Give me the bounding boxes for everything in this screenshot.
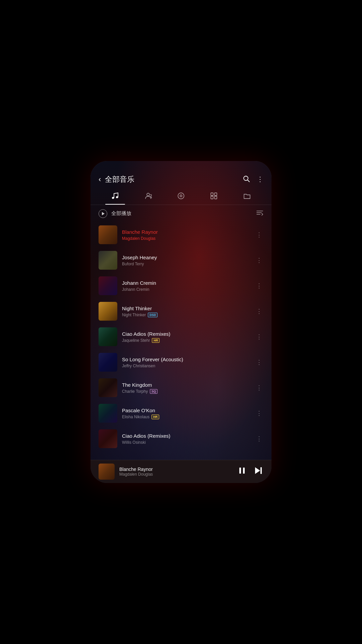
song-artist-row: Jaqueline Stehr HR	[122, 338, 250, 343]
song-item[interactable]: Blanche Raynor Magdalen Douglas ⋮	[90, 222, 272, 248]
song-more-button[interactable]: ⋮	[255, 228, 263, 241]
svg-rect-9	[211, 196, 213, 199]
header-icons: ⋮	[243, 175, 263, 184]
song-more-button[interactable]: ⋮	[255, 381, 263, 394]
song-title: Ciao Adios (Remixes)	[122, 331, 250, 337]
song-info: The Kingdom Charlie Torphy SQ	[122, 382, 250, 394]
tab-bar	[90, 189, 272, 205]
mini-player-info: Blanche Raynor Magdalen Douglas	[119, 467, 233, 477]
song-title: Night Thinker	[122, 306, 250, 311]
song-artist: Magdalen Douglas	[122, 236, 156, 241]
page-title: 全部音乐	[105, 174, 239, 184]
svg-point-6	[180, 195, 182, 197]
svg-marker-17	[255, 467, 260, 474]
tab-grid[interactable]	[197, 189, 230, 205]
song-info: Blanche Raynor Magdalen Douglas	[122, 229, 250, 241]
song-item[interactable]: Ciao Adios (Remixes) Willis Osinski ⋮	[90, 426, 272, 451]
header: ‹ 全部音乐 ⋮	[90, 161, 272, 189]
song-thumbnail	[99, 378, 117, 397]
svg-point-3	[116, 196, 118, 198]
tab-folder[interactable]	[231, 189, 263, 205]
albums-tab-icon	[177, 192, 185, 202]
song-artist-row: Magdalen Douglas	[122, 236, 250, 241]
song-artist-row: Elisha Nikolaus HR	[122, 415, 250, 419]
song-artist: Jaqueline Stehr	[122, 338, 150, 343]
pause-button[interactable]	[237, 466, 247, 478]
song-thumbnail	[99, 327, 117, 346]
song-artist-row: Night Thinker DSD	[122, 313, 250, 317]
song-more-button[interactable]: ⋮	[255, 330, 263, 343]
play-all-bar: 全部播放	[90, 205, 272, 222]
tab-albums[interactable]	[165, 189, 197, 205]
song-more-button[interactable]: ⋮	[255, 279, 263, 292]
song-more-button[interactable]: ⋮	[255, 305, 263, 318]
mini-player[interactable]: Blanche Raynor Magdalen Douglas	[90, 460, 272, 483]
grid-tab-icon	[210, 192, 218, 202]
song-item[interactable]: Joseph Heaney Buford Terry ⋮	[90, 248, 272, 273]
song-artist: Charlie Torphy	[122, 389, 148, 394]
song-list: Blanche Raynor Magdalen Douglas ⋮ Joseph…	[90, 222, 272, 460]
svg-point-5	[178, 193, 184, 199]
song-item[interactable]: Johann Cremin Johann Cremin ⋮	[90, 273, 272, 299]
artists-tab-icon	[144, 192, 152, 202]
song-info: Johann Cremin Johann Cremin	[122, 280, 250, 292]
song-artist: Elisha Nikolaus	[122, 415, 149, 419]
song-item[interactable]: Pascale O'Kon Elisha Nikolaus HR ⋮	[90, 400, 272, 426]
tab-songs[interactable]	[99, 189, 131, 205]
songs-tab-icon	[111, 192, 119, 202]
song-title: Blanche Raynor	[122, 229, 250, 235]
mini-player-thumbnail	[99, 464, 115, 480]
song-artist-row: Johann Cremin	[122, 287, 250, 292]
svg-rect-15	[239, 468, 241, 474]
song-thumbnail	[99, 429, 117, 448]
song-more-button[interactable]: ⋮	[255, 254, 263, 267]
svg-rect-7	[211, 193, 213, 196]
song-more-button[interactable]: ⋮	[255, 356, 263, 369]
song-info: Night Thinker Night Thinker DSD	[122, 306, 250, 317]
quality-badge: HR	[152, 415, 159, 419]
song-info: So Long Forever (Acoustic) Jeffry Christ…	[122, 357, 250, 368]
song-more-button[interactable]: ⋮	[255, 407, 263, 420]
song-artist-row: Jeffry Christiansen	[122, 364, 250, 368]
mini-player-controls	[237, 466, 263, 478]
song-artist-row: Charlie Torphy SQ	[122, 389, 250, 394]
play-all-label: 全部播放	[111, 210, 252, 217]
tab-artists[interactable]	[131, 189, 164, 205]
svg-line-1	[248, 180, 250, 182]
svg-rect-8	[215, 193, 217, 196]
song-title: So Long Forever (Acoustic)	[122, 357, 250, 362]
search-icon[interactable]	[243, 175, 250, 184]
svg-marker-11	[102, 212, 105, 215]
song-artist: Willis Osinski	[122, 440, 146, 445]
song-thumbnail	[99, 276, 117, 295]
song-info: Joseph Heaney Buford Terry	[122, 255, 250, 266]
song-thumbnail	[99, 251, 117, 270]
quality-badge: SQ	[150, 389, 158, 394]
song-artist-row: Buford Terry	[122, 262, 250, 266]
svg-rect-18	[260, 467, 262, 474]
song-artist-row: Willis Osinski	[122, 440, 250, 445]
song-info: Ciao Adios (Remixes) Jaqueline Stehr HR	[122, 331, 250, 343]
song-title: The Kingdom	[122, 382, 250, 388]
play-all-button[interactable]	[99, 209, 107, 218]
song-info: Pascale O'Kon Elisha Nikolaus HR	[122, 408, 250, 419]
quality-badge: DSD	[148, 313, 158, 317]
mini-player-artist: Magdalen Douglas	[119, 472, 233, 477]
song-thumbnail	[99, 302, 117, 321]
song-more-button[interactable]: ⋮	[255, 432, 263, 445]
sort-icon[interactable]	[256, 209, 263, 218]
more-options-icon[interactable]: ⋮	[257, 175, 263, 184]
quality-badge: HR	[152, 338, 160, 343]
song-thumbnail	[99, 353, 117, 372]
svg-rect-16	[243, 468, 245, 474]
song-item[interactable]: So Long Forever (Acoustic) Jeffry Christ…	[90, 350, 272, 375]
mini-player-title: Blanche Raynor	[119, 467, 233, 472]
song-item[interactable]: Ciao Adios (Remixes) Jaqueline Stehr HR …	[90, 324, 272, 350]
song-item[interactable]: The Kingdom Charlie Torphy SQ ⋮	[90, 375, 272, 400]
song-item[interactable]: Night Thinker Night Thinker DSD ⋮	[90, 299, 272, 324]
back-button[interactable]: ‹	[99, 175, 101, 184]
song-title: Joseph Heaney	[122, 255, 250, 260]
song-artist: Night Thinker	[122, 313, 146, 317]
skip-next-button[interactable]	[253, 466, 263, 478]
song-thumbnail	[99, 225, 117, 244]
